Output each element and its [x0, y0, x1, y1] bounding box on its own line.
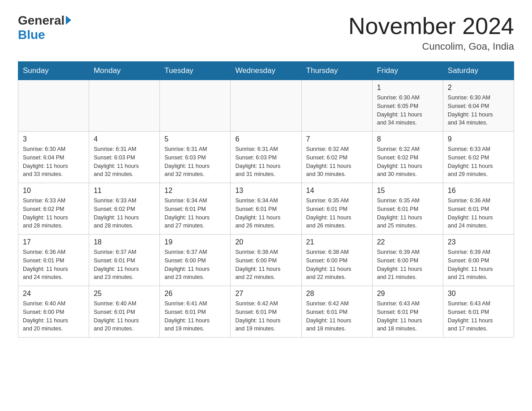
table-row: 1Sunrise: 6:30 AM Sunset: 6:05 PM Daylig… [372, 80, 443, 132]
day-info: Sunrise: 6:31 AM Sunset: 6:03 PM Dayligh… [235, 145, 296, 179]
table-row: 18Sunrise: 6:37 AM Sunset: 6:01 PM Dayli… [89, 235, 160, 286]
day-number: 1 [377, 84, 438, 92]
header-thursday: Thursday [301, 62, 372, 80]
day-number: 26 [164, 290, 226, 298]
day-info: Sunrise: 6:40 AM Sunset: 6:00 PM Dayligh… [23, 300, 84, 333]
calendar-table: Sunday Monday Tuesday Wednesday Thursday… [18, 61, 514, 338]
day-info: Sunrise: 6:37 AM Sunset: 6:01 PM Dayligh… [94, 248, 155, 282]
table-row [301, 80, 372, 132]
day-info: Sunrise: 6:40 AM Sunset: 6:01 PM Dayligh… [94, 300, 155, 333]
day-number: 4 [94, 135, 155, 143]
table-row: 10Sunrise: 6:33 AM Sunset: 6:02 PM Dayli… [18, 183, 89, 235]
table-row: 27Sunrise: 6:42 AM Sunset: 6:01 PM Dayli… [231, 286, 301, 338]
table-row: 11Sunrise: 6:33 AM Sunset: 6:02 PM Dayli… [89, 183, 160, 235]
day-number: 12 [164, 187, 226, 195]
table-row: 7Sunrise: 6:32 AM Sunset: 6:02 PM Daylig… [301, 132, 372, 183]
day-info: Sunrise: 6:31 AM Sunset: 6:03 PM Dayligh… [94, 145, 155, 179]
table-row: 2Sunrise: 6:30 AM Sunset: 6:04 PM Daylig… [443, 80, 514, 132]
calendar-week-row: 10Sunrise: 6:33 AM Sunset: 6:02 PM Dayli… [18, 183, 514, 235]
table-row: 12Sunrise: 6:34 AM Sunset: 6:01 PM Dayli… [160, 183, 231, 235]
table-row: 23Sunrise: 6:39 AM Sunset: 6:00 PM Dayli… [443, 235, 514, 286]
table-row: 24Sunrise: 6:40 AM Sunset: 6:00 PM Dayli… [18, 286, 89, 338]
day-number: 24 [23, 290, 84, 298]
day-info: Sunrise: 6:37 AM Sunset: 6:00 PM Dayligh… [164, 248, 226, 282]
table-row: 15Sunrise: 6:35 AM Sunset: 6:01 PM Dayli… [372, 183, 443, 235]
header-sunday: Sunday [18, 62, 89, 80]
day-number: 14 [306, 187, 368, 195]
header-tuesday: Tuesday [160, 62, 231, 80]
calendar-week-row: 17Sunrise: 6:36 AM Sunset: 6:01 PM Dayli… [18, 235, 514, 286]
header-wednesday: Wednesday [231, 62, 301, 80]
calendar-week-row: 3Sunrise: 6:30 AM Sunset: 6:04 PM Daylig… [18, 132, 514, 183]
day-number: 16 [448, 187, 509, 195]
table-row: 9Sunrise: 6:33 AM Sunset: 6:02 PM Daylig… [443, 132, 514, 183]
day-info: Sunrise: 6:33 AM Sunset: 6:02 PM Dayligh… [23, 197, 84, 230]
day-number: 2 [448, 84, 509, 92]
day-info: Sunrise: 6:30 AM Sunset: 6:05 PM Dayligh… [377, 94, 438, 127]
day-number: 18 [94, 238, 155, 246]
day-number: 6 [235, 135, 296, 143]
table-row: 13Sunrise: 6:34 AM Sunset: 6:01 PM Dayli… [231, 183, 301, 235]
logo-arrow-icon [66, 16, 71, 25]
table-row: 14Sunrise: 6:35 AM Sunset: 6:01 PM Dayli… [301, 183, 372, 235]
day-number: 8 [377, 135, 438, 143]
day-info: Sunrise: 6:31 AM Sunset: 6:03 PM Dayligh… [164, 145, 226, 179]
day-number: 21 [306, 238, 368, 246]
day-info: Sunrise: 6:42 AM Sunset: 6:01 PM Dayligh… [235, 300, 296, 333]
table-row: 16Sunrise: 6:36 AM Sunset: 6:01 PM Dayli… [443, 183, 514, 235]
table-row: 21Sunrise: 6:38 AM Sunset: 6:00 PM Dayli… [301, 235, 372, 286]
day-number: 3 [23, 135, 84, 143]
table-row [160, 80, 231, 132]
day-number: 20 [235, 238, 296, 246]
day-info: Sunrise: 6:39 AM Sunset: 6:00 PM Dayligh… [448, 248, 509, 282]
day-number: 27 [235, 290, 296, 298]
calendar-subtitle: Cuncolim, Goa, India [348, 41, 514, 52]
day-info: Sunrise: 6:34 AM Sunset: 6:01 PM Dayligh… [164, 197, 226, 230]
day-number: 19 [164, 238, 226, 246]
day-info: Sunrise: 6:36 AM Sunset: 6:01 PM Dayligh… [448, 197, 509, 230]
calendar-header-row: Sunday Monday Tuesday Wednesday Thursday… [18, 62, 514, 80]
day-number: 30 [448, 290, 509, 298]
day-number: 11 [94, 187, 155, 195]
logo: General Blue [18, 13, 71, 42]
day-number: 17 [23, 238, 84, 246]
day-number: 22 [377, 238, 438, 246]
logo-text: General [18, 13, 71, 28]
table-row: 25Sunrise: 6:40 AM Sunset: 6:01 PM Dayli… [89, 286, 160, 338]
calendar-title: November 2024 [348, 13, 514, 39]
table-row: 6Sunrise: 6:31 AM Sunset: 6:03 PM Daylig… [231, 132, 301, 183]
day-info: Sunrise: 6:41 AM Sunset: 6:01 PM Dayligh… [164, 300, 226, 333]
day-info: Sunrise: 6:30 AM Sunset: 6:04 PM Dayligh… [23, 145, 84, 179]
table-row: 8Sunrise: 6:32 AM Sunset: 6:02 PM Daylig… [372, 132, 443, 183]
title-section: November 2024 Cuncolim, Goa, India [348, 13, 514, 52]
calendar-week-row: 1Sunrise: 6:30 AM Sunset: 6:05 PM Daylig… [18, 80, 514, 132]
day-info: Sunrise: 6:35 AM Sunset: 6:01 PM Dayligh… [306, 197, 368, 230]
table-row: 29Sunrise: 6:43 AM Sunset: 6:01 PM Dayli… [372, 286, 443, 338]
header-monday: Monday [89, 62, 160, 80]
day-info: Sunrise: 6:38 AM Sunset: 6:00 PM Dayligh… [306, 248, 368, 282]
day-info: Sunrise: 6:32 AM Sunset: 6:02 PM Dayligh… [306, 145, 368, 179]
day-number: 9 [448, 135, 509, 143]
table-row [18, 80, 89, 132]
logo-general-text: General [18, 13, 64, 28]
day-info: Sunrise: 6:35 AM Sunset: 6:01 PM Dayligh… [377, 197, 438, 230]
day-info: Sunrise: 6:43 AM Sunset: 6:01 PM Dayligh… [448, 300, 509, 333]
table-row: 22Sunrise: 6:39 AM Sunset: 6:00 PM Dayli… [372, 235, 443, 286]
table-row: 19Sunrise: 6:37 AM Sunset: 6:00 PM Dayli… [160, 235, 231, 286]
day-info: Sunrise: 6:39 AM Sunset: 6:00 PM Dayligh… [377, 248, 438, 282]
day-info: Sunrise: 6:42 AM Sunset: 6:01 PM Dayligh… [306, 300, 368, 333]
table-row [231, 80, 301, 132]
day-number: 23 [448, 238, 509, 246]
day-number: 10 [23, 187, 84, 195]
day-info: Sunrise: 6:38 AM Sunset: 6:00 PM Dayligh… [235, 248, 296, 282]
day-number: 7 [306, 135, 368, 143]
table-row: 3Sunrise: 6:30 AM Sunset: 6:04 PM Daylig… [18, 132, 89, 183]
day-info: Sunrise: 6:30 AM Sunset: 6:04 PM Dayligh… [448, 94, 509, 127]
table-row: 4Sunrise: 6:31 AM Sunset: 6:03 PM Daylig… [89, 132, 160, 183]
header-friday: Friday [372, 62, 443, 80]
table-row: 28Sunrise: 6:42 AM Sunset: 6:01 PM Dayli… [301, 286, 372, 338]
day-number: 28 [306, 290, 368, 298]
day-info: Sunrise: 6:32 AM Sunset: 6:02 PM Dayligh… [377, 145, 438, 179]
table-row: 5Sunrise: 6:31 AM Sunset: 6:03 PM Daylig… [160, 132, 231, 183]
calendar-week-row: 24Sunrise: 6:40 AM Sunset: 6:00 PM Dayli… [18, 286, 514, 338]
